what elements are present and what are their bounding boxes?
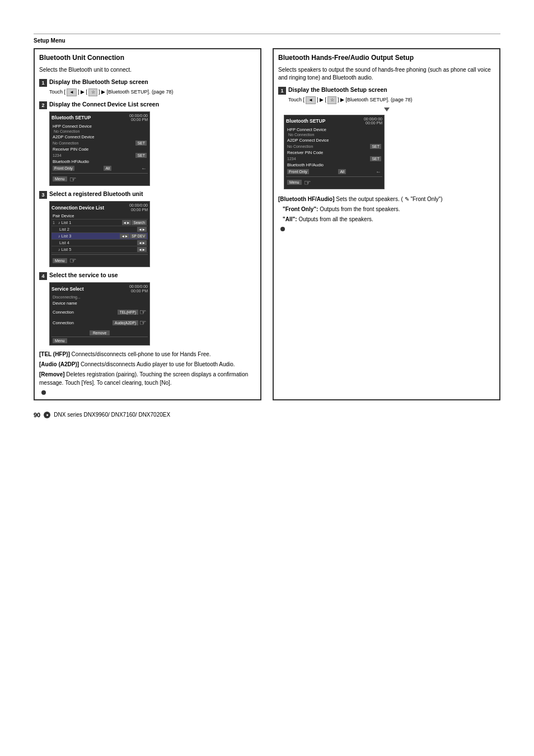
list-row-1: 1 ♪ List 1 ◄► Search	[51, 220, 148, 226]
svc-device-name: Device name	[51, 300, 148, 307]
service-select-screen: Service Select 00:00/0:00 00:00 PM Disco…	[49, 282, 150, 345]
triangle-down-icon	[384, 108, 390, 111]
right-column: Bluetooth Hands-Free/Audio Output Setup …	[273, 48, 500, 400]
step-1-heading: 1 Display the Bluetooth Setup screen	[39, 78, 256, 87]
right-annotations: [Bluetooth HF/Audio] Sets the output spe…	[278, 195, 495, 223]
step-2: 2 Display the Connect Device List screen…	[39, 101, 256, 186]
right-step-1-touch-seq: Touch [ ◄ ] ▶ [ ☆ ] ▶ [Bluetooth SETUP].…	[288, 96, 495, 104]
step-4-text: Select the service to use	[49, 272, 118, 278]
series-text: DNX series DNX9960/ DNX7160/ DNX7020EX	[54, 412, 170, 418]
right-step-1-body: Touch [ ◄ ] ▶ [ ☆ ] ▶ [Bluetooth SETUP].…	[288, 96, 495, 104]
svc-disconnecting: Disconnecting...	[51, 295, 148, 300]
screen-header-1: Bluetooth SETUP 00:00/0:00 00:00 PM	[51, 114, 148, 122]
step-num-4: 4	[39, 272, 47, 280]
step-1-touch-seq: Touch [ ◄ ] ▶ [ ☆ ] ▶ [Bluetooth SETUP].…	[49, 88, 256, 96]
right-step-1-heading: 1 Display the Bluetooth Setup screen	[278, 86, 495, 95]
bt-setup-screen-right: Bluetooth SETUP 00:00/0:00 00:00 PM HFP …	[284, 115, 385, 189]
conn-screen-header: Connection Device List 00:00/0:00 00:00 …	[51, 203, 148, 212]
right-bt-icon: ☆	[327, 96, 336, 104]
list-row-5: ♪ List 5 ◄►	[51, 246, 148, 253]
bt-setup-screen-1: Bluetooth SETUP 00:00/0:00 00:00 PM HFP …	[49, 111, 150, 186]
svc-screen-header: Service Select 00:00/0:00 00:00 PM	[51, 284, 148, 293]
step-num-1: 1	[39, 79, 47, 87]
page-number: 90	[34, 412, 40, 418]
svc-conn-audio: Connection Audio(A2DP) ☞	[51, 318, 148, 328]
annotation-audio: [Audio (A2DP)] Connects/disconnects Audi…	[39, 360, 256, 368]
list-row-4: List 4 ◄►	[51, 240, 148, 246]
step-1-body: Touch [ ◄ ] ▶ [ ☆ ] ▶ [Bluetooth SETUP].…	[49, 88, 256, 96]
page-footer: 90 ● DNX series DNX9960/ DNX7160/ DNX702…	[34, 412, 500, 418]
list-row-2: List 2 ◄►	[51, 226, 148, 233]
svc-remove-btn[interactable]: Remove	[90, 330, 110, 335]
step-2-heading: 2 Display the Connect Device List screen	[39, 101, 256, 109]
annotation-tel: [TEL (HFP)] Connects/disconnects cell-ph…	[39, 350, 256, 358]
step-4: 4 Select the service to use Service Sele…	[39, 272, 256, 345]
bullet-dot-right	[280, 227, 285, 231]
step-3-heading: 3 Select a registered Bluetooth unit	[39, 190, 256, 199]
right-ann-main: [Bluetooth HF/Audio] Sets the output spe…	[278, 195, 495, 203]
right-step-num-1: 1	[278, 87, 286, 95]
pair-device-row: Pair Device	[51, 213, 148, 220]
left-col-desc: Selects the Bluetooth unit to connect.	[39, 66, 256, 74]
left-annotations: [TEL (HFP)] Connects/disconnects cell-ph…	[39, 350, 256, 387]
step-1-text: Display the Bluetooth Setup screen	[49, 78, 148, 85]
conn-device-list-screen: Connection Device List 00:00/0:00 00:00 …	[49, 201, 150, 267]
bt-icon: ☆	[88, 88, 97, 96]
right-back-icon: ◄	[306, 96, 316, 104]
right-ann-front: "Front Only": Outputs from the front spe…	[283, 205, 495, 213]
right-ann-all: "All": Outputs from all the speakers.	[283, 215, 495, 223]
page-circle-icon: ●	[44, 412, 50, 418]
step-num-3: 3	[39, 191, 47, 199]
step-1: 1 Display the Bluetooth Setup screen Tou…	[39, 78, 256, 96]
left-col-header: Bluetooth Unit Connection	[39, 54, 256, 63]
right-step-1: 1 Display the Bluetooth Setup screen Tou…	[278, 86, 495, 189]
list-row-3: ♪ List 3 ◄► SP DEV	[51, 233, 148, 240]
step-num-2: 2	[39, 101, 47, 109]
step-2-text: Display the Connect Device List screen	[49, 101, 159, 108]
back-icon: ◄	[67, 88, 77, 96]
right-col-desc: Selects speakers to output the sound of …	[278, 66, 495, 82]
svc-conn-tel: Connection TEL(HFP) ☞	[51, 307, 148, 318]
step-3-text: Select a registered Bluetooth unit	[49, 190, 143, 197]
bullet-dot-left	[41, 390, 46, 395]
step-4-heading: 4 Select the service to use	[39, 272, 256, 280]
right-screen-header: Bluetooth SETUP 00:00/0:00 00:00 PM	[286, 117, 382, 125]
step-3: 3 Select a registered Bluetooth unit Con…	[39, 190, 256, 267]
annotation-remove: [Remove] Deletes registration (pairing).…	[39, 370, 256, 387]
right-col-header: Bluetooth Hands-Free/Audio Output Setup	[278, 54, 495, 63]
right-step-1-text: Display the Bluetooth Setup screen	[288, 86, 387, 93]
left-column: Bluetooth Unit Connection Selects the Bl…	[34, 48, 261, 400]
section-label: Setup Menu	[34, 38, 500, 44]
